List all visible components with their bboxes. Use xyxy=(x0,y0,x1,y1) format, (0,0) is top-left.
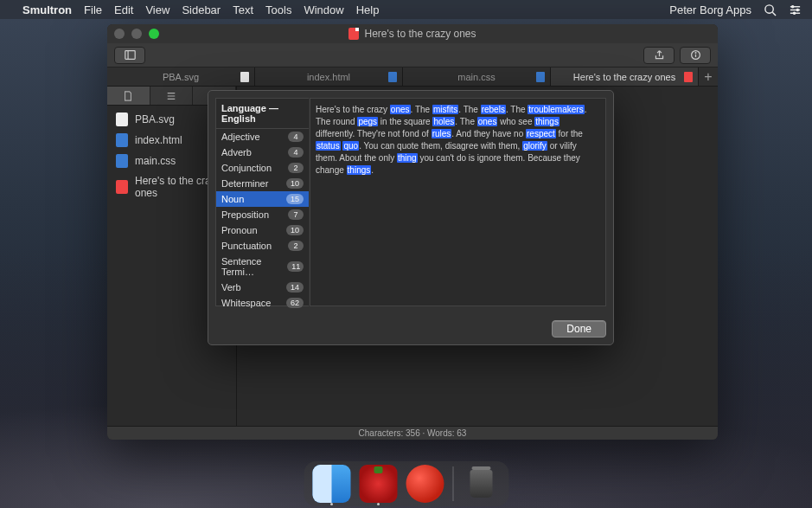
spotlight-icon[interactable] xyxy=(764,3,777,16)
menubar-right-label[interactable]: Peter Borg Apps xyxy=(669,3,751,16)
menu-tools[interactable]: Tools xyxy=(265,3,291,16)
titlebar[interactable]: Here's to the crazy ones xyxy=(107,24,718,43)
pos-row[interactable]: Whitespace62 xyxy=(216,295,309,311)
pos-label: Verb xyxy=(221,282,241,293)
pos-count-badge: 4 xyxy=(288,132,304,142)
pos-label: Determiner xyxy=(221,178,268,189)
smultron-dock-icon[interactable] xyxy=(359,465,397,503)
tab-bar: PBA.svgindex.htmlmain.cssHere's to the c… xyxy=(107,68,718,87)
sidebar-mode-documents[interactable] xyxy=(107,87,150,105)
pos-label: Adverb xyxy=(221,147,252,158)
tab[interactable]: Here's to the crazy ones xyxy=(551,68,699,86)
pos-label: Pronoun xyxy=(221,225,258,235)
pos-label: Noun xyxy=(221,194,244,204)
status-bar: Characters: 356 · Words: 63 xyxy=(107,426,718,440)
menu-view[interactable]: View xyxy=(145,3,169,16)
file-type-icon xyxy=(240,72,249,82)
pos-row[interactable]: Verb14 xyxy=(216,280,309,295)
svg-line-1 xyxy=(772,12,776,16)
menu-window[interactable]: Window xyxy=(304,3,343,16)
sidebar-mode-outline[interactable] xyxy=(150,87,194,105)
menu-sidebar[interactable]: Sidebar xyxy=(182,3,221,16)
file-name: main.css xyxy=(135,155,176,167)
dock xyxy=(304,461,508,506)
pos-row[interactable]: Adjective4 xyxy=(216,129,309,145)
close-button[interactable] xyxy=(114,29,125,39)
text-token: . The xyxy=(458,105,480,114)
text-token: differently. They're not fond of xyxy=(316,129,432,138)
new-tab-button[interactable]: + xyxy=(699,68,718,86)
highlighted-noun: respect xyxy=(526,129,556,138)
svg-point-12 xyxy=(695,53,696,54)
pos-row[interactable]: Conjunction2 xyxy=(216,160,309,176)
info-button[interactable] xyxy=(680,47,711,64)
text-token: . The xyxy=(506,105,527,114)
control-center-icon[interactable] xyxy=(789,3,802,16)
pos-count-badge: 11 xyxy=(287,261,304,272)
finder-dock-icon[interactable] xyxy=(312,465,350,503)
highlighted-noun: glorify xyxy=(522,141,547,151)
pos-label: Sentence Termi… xyxy=(221,256,287,277)
text-token: . The xyxy=(455,117,476,126)
minimize-button[interactable] xyxy=(131,29,142,39)
app-dock-icon[interactable] xyxy=(406,465,444,503)
window-title: Here's to the crazy ones xyxy=(364,28,476,40)
pos-count-badge: 14 xyxy=(286,282,304,293)
text-token: . The xyxy=(411,105,432,114)
file-icon xyxy=(116,154,128,168)
tab-label: main.css xyxy=(457,72,495,82)
highlighted-noun: pegs xyxy=(357,117,378,126)
text-token: who see xyxy=(497,117,534,126)
menu-file[interactable]: File xyxy=(84,3,102,16)
menu-text[interactable]: Text xyxy=(233,3,253,16)
svg-point-7 xyxy=(793,12,795,14)
svg-point-6 xyxy=(796,9,798,10)
pos-label: Adjective xyxy=(221,132,260,142)
zoom-button[interactable] xyxy=(149,29,159,39)
tab-label: index.html xyxy=(307,72,350,82)
file-name: PBA.svg xyxy=(135,113,175,125)
highlighted-noun: status xyxy=(316,141,341,151)
pos-count-badge: 4 xyxy=(288,147,304,158)
tab[interactable]: index.html xyxy=(255,68,403,86)
svg-point-0 xyxy=(765,4,773,12)
sidebar-toggle-button[interactable] xyxy=(114,47,145,64)
pos-list: Language — English Adjective4Adverb4Conj… xyxy=(215,98,309,306)
highlighted-noun: ones xyxy=(477,117,498,126)
text-token: for the xyxy=(556,129,583,138)
highlighted-noun: quo xyxy=(342,141,359,151)
tab[interactable]: main.css xyxy=(403,68,551,86)
share-button[interactable] xyxy=(643,47,675,64)
text-token: . You can quote them, disagree with them… xyxy=(359,141,522,151)
highlighted-noun: thing xyxy=(397,153,418,163)
pos-row[interactable]: Determiner10 xyxy=(216,176,309,191)
highlighted-noun: ones xyxy=(390,105,411,114)
highlighted-noun: rebels xyxy=(481,105,506,114)
pos-count-badge: 2 xyxy=(288,163,304,173)
pos-count-badge: 7 xyxy=(288,209,304,220)
text-token: . And they have no xyxy=(451,129,526,138)
pos-row[interactable]: Pronoun10 xyxy=(216,222,309,238)
analysis-text: Here's to the crazy ones. The misfits. T… xyxy=(310,98,606,306)
menu-help[interactable]: Help xyxy=(356,3,380,16)
tab-label: Here's to the crazy ones xyxy=(573,72,675,82)
pos-count-badge: 10 xyxy=(286,225,304,235)
pos-count-badge: 2 xyxy=(288,241,304,251)
highlighted-noun: things xyxy=(534,117,559,126)
trash-dock-icon[interactable] xyxy=(462,465,500,503)
pos-row[interactable]: Punctuation2 xyxy=(216,238,309,254)
pos-row[interactable]: Adverb4 xyxy=(216,145,309,160)
pos-row[interactable]: Preposition7 xyxy=(216,207,309,222)
menu-edit[interactable]: Edit xyxy=(114,3,133,16)
text-token: . xyxy=(371,165,374,175)
file-type-icon xyxy=(536,72,545,82)
done-button[interactable]: Done xyxy=(552,320,606,338)
pos-row[interactable]: Sentence Termi…11 xyxy=(216,254,309,280)
tab[interactable]: PBA.svg xyxy=(107,68,255,86)
svg-rect-8 xyxy=(125,51,134,60)
highlighted-noun: rules xyxy=(432,129,452,138)
pos-count-badge: 62 xyxy=(286,298,304,308)
app-name-menu[interactable]: Smultron xyxy=(22,3,72,16)
pos-label: Punctuation xyxy=(221,241,272,251)
pos-row[interactable]: Noun15 xyxy=(216,191,309,207)
